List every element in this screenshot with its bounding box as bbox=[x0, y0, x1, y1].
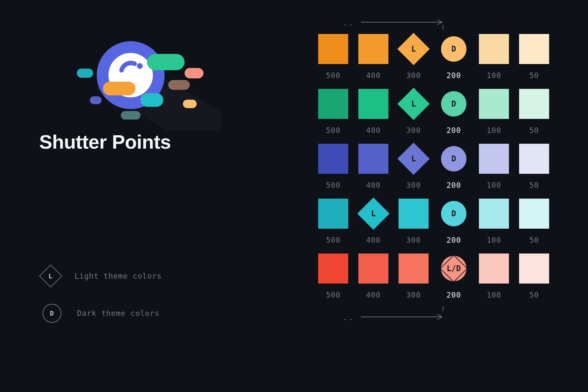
scale-label-100: 100 bbox=[474, 71, 514, 80]
scale-label-50: 50 bbox=[514, 126, 554, 135]
swatch-orange-100 bbox=[474, 34, 514, 64]
swatch-cyan-500 bbox=[314, 199, 353, 229]
scale-label-200: 200 bbox=[434, 291, 473, 299]
swatch-red-100 bbox=[474, 253, 514, 284]
swatch-indigo-300: L bbox=[394, 144, 433, 174]
scale-label-200: 200 bbox=[434, 126, 473, 135]
svg-rect-6 bbox=[140, 93, 163, 107]
scale-label-50: 50 bbox=[514, 291, 554, 299]
svg-rect-10 bbox=[183, 100, 197, 108]
scale-label-100: 100 bbox=[474, 291, 514, 299]
scale-orange: LD50040030020010050 bbox=[314, 34, 562, 80]
swatch-green-300: L bbox=[394, 89, 433, 119]
swatch-orange-400 bbox=[354, 34, 393, 64]
direction-arrow-top: -- bbox=[314, 19, 562, 32]
swatch-cyan-200: D bbox=[434, 199, 473, 229]
scale-label-50: 50 bbox=[514, 181, 554, 189]
scale-label-500: 500 bbox=[314, 236, 353, 244]
svg-rect-8 bbox=[168, 80, 190, 90]
legend: L Light theme colors D Dark theme colors bbox=[42, 268, 162, 342]
svg-rect-4 bbox=[103, 82, 136, 95]
swatch-cyan-50 bbox=[514, 199, 554, 229]
scale-label-300: 300 bbox=[394, 236, 433, 244]
logo-graphic bbox=[39, 20, 203, 124]
swatch-green-50 bbox=[514, 89, 554, 119]
scale-label-300: 300 bbox=[394, 291, 433, 299]
swatch-green-100 bbox=[474, 89, 514, 119]
brand-panel: Shutter Points bbox=[39, 20, 252, 153]
swatch-orange-300: L bbox=[394, 34, 433, 64]
scale-label-400: 400 bbox=[354, 181, 393, 189]
scale-label-400: 400 bbox=[354, 291, 393, 299]
swatch-orange-500 bbox=[314, 34, 353, 64]
scale-label-500: 500 bbox=[314, 126, 353, 135]
swatch-green-400 bbox=[354, 89, 393, 119]
circle-icon: D bbox=[42, 304, 61, 323]
swatch-orange-50 bbox=[514, 34, 554, 64]
scale-label-500: 500 bbox=[314, 291, 353, 299]
scale-label-400: 400 bbox=[354, 126, 393, 135]
legend-dark: D Dark theme colors bbox=[42, 304, 162, 323]
scale-green: LD50040030020010050 bbox=[314, 89, 562, 135]
legend-dark-label: Dark theme colors bbox=[77, 309, 159, 318]
scale-label-300: 300 bbox=[394, 71, 433, 80]
swatch-cyan-100 bbox=[474, 199, 514, 229]
diamond-icon: L bbox=[39, 265, 62, 288]
scale-label-500: 500 bbox=[314, 181, 353, 189]
scale-indigo: LD50040030020010050 bbox=[314, 144, 562, 189]
scale-label-200: 200 bbox=[434, 181, 473, 189]
swatch-indigo-50 bbox=[514, 144, 554, 174]
scale-label-50: 50 bbox=[514, 71, 554, 80]
scale-label-300: 300 bbox=[394, 181, 433, 189]
swatch-cyan-300 bbox=[394, 199, 433, 229]
swatch-red-50 bbox=[514, 253, 554, 284]
scale-label-500: 500 bbox=[314, 71, 353, 80]
legend-light-label: Light theme colors bbox=[74, 272, 162, 280]
brand-title: Shutter Points bbox=[39, 131, 252, 153]
scale-label-200: 200 bbox=[434, 236, 473, 244]
svg-rect-5 bbox=[147, 54, 185, 70]
swatch-indigo-100 bbox=[474, 144, 514, 174]
swatch-indigo-200: D bbox=[434, 144, 473, 174]
swatch-green-200: D bbox=[434, 89, 473, 119]
scale-label-400: 400 bbox=[354, 236, 393, 244]
scale-red: L/D50040030020010050 bbox=[314, 253, 562, 299]
scale-label-100: 100 bbox=[474, 236, 514, 244]
svg-rect-11 bbox=[121, 111, 140, 120]
swatch-red-500 bbox=[314, 253, 353, 284]
swatch-red-400 bbox=[354, 253, 393, 284]
svg-rect-12 bbox=[90, 96, 102, 104]
swatch-red-300 bbox=[394, 253, 433, 284]
swatch-green-500 bbox=[314, 89, 353, 119]
scales-panel: -- LD50040030020010050LD5004003002001005… bbox=[314, 19, 562, 328]
svg-point-3 bbox=[137, 63, 143, 69]
legend-light: L Light theme colors bbox=[42, 268, 162, 284]
svg-rect-9 bbox=[77, 69, 93, 78]
scale-label-200: 200 bbox=[434, 71, 473, 80]
swatch-red-200: L/D bbox=[434, 253, 473, 284]
swatch-indigo-500 bbox=[314, 144, 353, 174]
swatch-indigo-400 bbox=[354, 144, 393, 174]
scale-cyan: LD50040030020010050 bbox=[314, 199, 562, 244]
direction-arrow-bottom: -- bbox=[314, 308, 562, 328]
scale-label-100: 100 bbox=[474, 181, 514, 189]
svg-rect-7 bbox=[185, 68, 204, 78]
scale-label-50: 50 bbox=[514, 236, 554, 244]
scale-label-400: 400 bbox=[354, 71, 393, 80]
scale-label-300: 300 bbox=[394, 126, 433, 135]
scale-label-100: 100 bbox=[474, 126, 514, 135]
swatch-orange-200: D bbox=[434, 34, 473, 64]
swatch-cyan-400: L bbox=[354, 199, 393, 229]
